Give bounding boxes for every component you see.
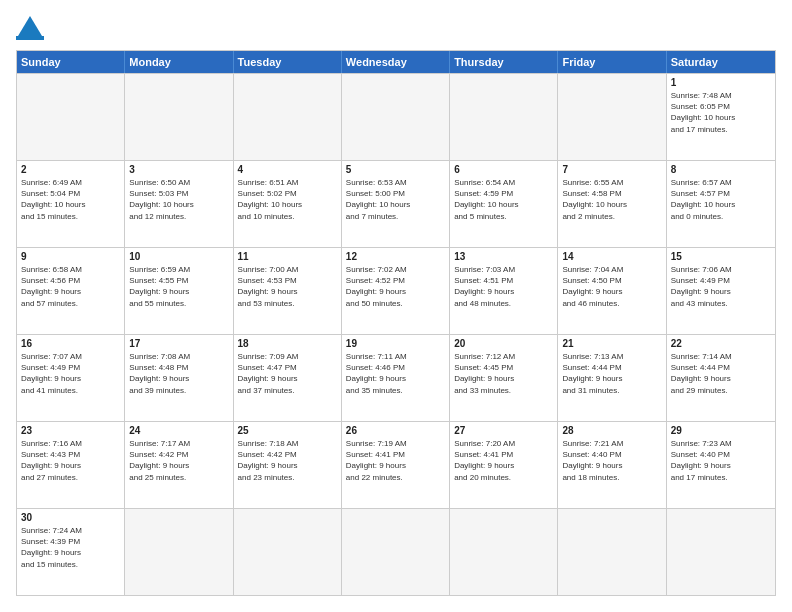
cell-date: 13 — [454, 251, 553, 262]
calendar-cell — [450, 74, 558, 160]
calendar-cell — [234, 509, 342, 595]
calendar-cell — [17, 74, 125, 160]
logo-icon — [16, 16, 44, 40]
cell-date: 1 — [671, 77, 771, 88]
calendar-cell: 9Sunrise: 6:58 AM Sunset: 4:56 PM Daylig… — [17, 248, 125, 334]
cell-date: 27 — [454, 425, 553, 436]
cell-date: 21 — [562, 338, 661, 349]
cell-info: Sunrise: 6:54 AM Sunset: 4:59 PM Dayligh… — [454, 177, 553, 222]
day-headers: SundayMondayTuesdayWednesdayThursdayFrid… — [17, 51, 775, 73]
cell-info: Sunrise: 6:53 AM Sunset: 5:00 PM Dayligh… — [346, 177, 445, 222]
calendar-cell: 20Sunrise: 7:12 AM Sunset: 4:45 PM Dayli… — [450, 335, 558, 421]
cell-info: Sunrise: 7:14 AM Sunset: 4:44 PM Dayligh… — [671, 351, 771, 396]
calendar-cell: 2Sunrise: 6:49 AM Sunset: 5:04 PM Daylig… — [17, 161, 125, 247]
cell-info: Sunrise: 7:20 AM Sunset: 4:41 PM Dayligh… — [454, 438, 553, 483]
cell-info: Sunrise: 7:19 AM Sunset: 4:41 PM Dayligh… — [346, 438, 445, 483]
cell-info: Sunrise: 7:08 AM Sunset: 4:48 PM Dayligh… — [129, 351, 228, 396]
cell-date: 22 — [671, 338, 771, 349]
calendar-cell — [667, 509, 775, 595]
calendar-row: 1Sunrise: 7:48 AM Sunset: 6:05 PM Daylig… — [17, 73, 775, 160]
cell-info: Sunrise: 7:07 AM Sunset: 4:49 PM Dayligh… — [21, 351, 120, 396]
calendar-cell — [125, 74, 233, 160]
cell-info: Sunrise: 6:57 AM Sunset: 4:57 PM Dayligh… — [671, 177, 771, 222]
cell-date: 5 — [346, 164, 445, 175]
day-header-wednesday: Wednesday — [342, 51, 450, 73]
page: SundayMondayTuesdayWednesdayThursdayFrid… — [0, 0, 792, 612]
calendar-row: 23Sunrise: 7:16 AM Sunset: 4:43 PM Dayli… — [17, 421, 775, 508]
cell-info: Sunrise: 7:18 AM Sunset: 4:42 PM Dayligh… — [238, 438, 337, 483]
cell-date: 17 — [129, 338, 228, 349]
cell-date: 18 — [238, 338, 337, 349]
calendar-row: 9Sunrise: 6:58 AM Sunset: 4:56 PM Daylig… — [17, 247, 775, 334]
calendar-cell: 6Sunrise: 6:54 AM Sunset: 4:59 PM Daylig… — [450, 161, 558, 247]
calendar-row: 16Sunrise: 7:07 AM Sunset: 4:49 PM Dayli… — [17, 334, 775, 421]
calendar-cell: 13Sunrise: 7:03 AM Sunset: 4:51 PM Dayli… — [450, 248, 558, 334]
calendar-cell: 18Sunrise: 7:09 AM Sunset: 4:47 PM Dayli… — [234, 335, 342, 421]
cell-date: 16 — [21, 338, 120, 349]
cell-date: 19 — [346, 338, 445, 349]
cell-info: Sunrise: 6:59 AM Sunset: 4:55 PM Dayligh… — [129, 264, 228, 309]
calendar-cell: 12Sunrise: 7:02 AM Sunset: 4:52 PM Dayli… — [342, 248, 450, 334]
cell-info: Sunrise: 7:11 AM Sunset: 4:46 PM Dayligh… — [346, 351, 445, 396]
calendar-cell: 14Sunrise: 7:04 AM Sunset: 4:50 PM Dayli… — [558, 248, 666, 334]
calendar-cell: 23Sunrise: 7:16 AM Sunset: 4:43 PM Dayli… — [17, 422, 125, 508]
cell-info: Sunrise: 7:09 AM Sunset: 4:47 PM Dayligh… — [238, 351, 337, 396]
cell-date: 20 — [454, 338, 553, 349]
cell-date: 26 — [346, 425, 445, 436]
day-header-friday: Friday — [558, 51, 666, 73]
cell-info: Sunrise: 6:55 AM Sunset: 4:58 PM Dayligh… — [562, 177, 661, 222]
calendar-cell: 24Sunrise: 7:17 AM Sunset: 4:42 PM Dayli… — [125, 422, 233, 508]
cell-date: 25 — [238, 425, 337, 436]
cell-info: Sunrise: 6:58 AM Sunset: 4:56 PM Dayligh… — [21, 264, 120, 309]
cell-date: 3 — [129, 164, 228, 175]
cell-info: Sunrise: 7:06 AM Sunset: 4:49 PM Dayligh… — [671, 264, 771, 309]
calendar-cell: 27Sunrise: 7:20 AM Sunset: 4:41 PM Dayli… — [450, 422, 558, 508]
cell-info: Sunrise: 7:03 AM Sunset: 4:51 PM Dayligh… — [454, 264, 553, 309]
cell-date: 28 — [562, 425, 661, 436]
day-header-thursday: Thursday — [450, 51, 558, 73]
calendar-cell: 17Sunrise: 7:08 AM Sunset: 4:48 PM Dayli… — [125, 335, 233, 421]
calendar: SundayMondayTuesdayWednesdayThursdayFrid… — [16, 50, 776, 596]
cell-info: Sunrise: 7:12 AM Sunset: 4:45 PM Dayligh… — [454, 351, 553, 396]
calendar-cell — [342, 74, 450, 160]
calendar-cell: 5Sunrise: 6:53 AM Sunset: 5:00 PM Daylig… — [342, 161, 450, 247]
cell-date: 30 — [21, 512, 120, 523]
logo-base — [16, 36, 44, 40]
cell-info: Sunrise: 7:02 AM Sunset: 4:52 PM Dayligh… — [346, 264, 445, 309]
calendar-cell: 11Sunrise: 7:00 AM Sunset: 4:53 PM Dayli… — [234, 248, 342, 334]
header — [16, 16, 776, 40]
cell-info: Sunrise: 7:13 AM Sunset: 4:44 PM Dayligh… — [562, 351, 661, 396]
calendar-cell — [342, 509, 450, 595]
logo — [16, 16, 50, 40]
cell-info: Sunrise: 7:23 AM Sunset: 4:40 PM Dayligh… — [671, 438, 771, 483]
cell-date: 4 — [238, 164, 337, 175]
logo-triangle — [18, 16, 42, 36]
calendar-cell: 22Sunrise: 7:14 AM Sunset: 4:44 PM Dayli… — [667, 335, 775, 421]
cell-date: 11 — [238, 251, 337, 262]
calendar-cell: 3Sunrise: 6:50 AM Sunset: 5:03 PM Daylig… — [125, 161, 233, 247]
cell-date: 14 — [562, 251, 661, 262]
calendar-cell: 1Sunrise: 7:48 AM Sunset: 6:05 PM Daylig… — [667, 74, 775, 160]
cell-info: Sunrise: 7:24 AM Sunset: 4:39 PM Dayligh… — [21, 525, 120, 570]
calendar-cell: 21Sunrise: 7:13 AM Sunset: 4:44 PM Dayli… — [558, 335, 666, 421]
cell-info: Sunrise: 6:49 AM Sunset: 5:04 PM Dayligh… — [21, 177, 120, 222]
calendar-cell: 15Sunrise: 7:06 AM Sunset: 4:49 PM Dayli… — [667, 248, 775, 334]
calendar-cell: 25Sunrise: 7:18 AM Sunset: 4:42 PM Dayli… — [234, 422, 342, 508]
cell-date: 12 — [346, 251, 445, 262]
cell-date: 8 — [671, 164, 771, 175]
cell-info: Sunrise: 7:17 AM Sunset: 4:42 PM Dayligh… — [129, 438, 228, 483]
cell-date: 23 — [21, 425, 120, 436]
cell-info: Sunrise: 6:51 AM Sunset: 5:02 PM Dayligh… — [238, 177, 337, 222]
calendar-cell — [234, 74, 342, 160]
calendar-grid: 1Sunrise: 7:48 AM Sunset: 6:05 PM Daylig… — [17, 73, 775, 595]
calendar-row: 2Sunrise: 6:49 AM Sunset: 5:04 PM Daylig… — [17, 160, 775, 247]
day-header-saturday: Saturday — [667, 51, 775, 73]
calendar-cell — [125, 509, 233, 595]
calendar-row: 30Sunrise: 7:24 AM Sunset: 4:39 PM Dayli… — [17, 508, 775, 595]
day-header-tuesday: Tuesday — [234, 51, 342, 73]
calendar-cell: 26Sunrise: 7:19 AM Sunset: 4:41 PM Dayli… — [342, 422, 450, 508]
calendar-cell: 10Sunrise: 6:59 AM Sunset: 4:55 PM Dayli… — [125, 248, 233, 334]
cell-info: Sunrise: 7:16 AM Sunset: 4:43 PM Dayligh… — [21, 438, 120, 483]
cell-info: Sunrise: 7:04 AM Sunset: 4:50 PM Dayligh… — [562, 264, 661, 309]
cell-info: Sunrise: 7:21 AM Sunset: 4:40 PM Dayligh… — [562, 438, 661, 483]
